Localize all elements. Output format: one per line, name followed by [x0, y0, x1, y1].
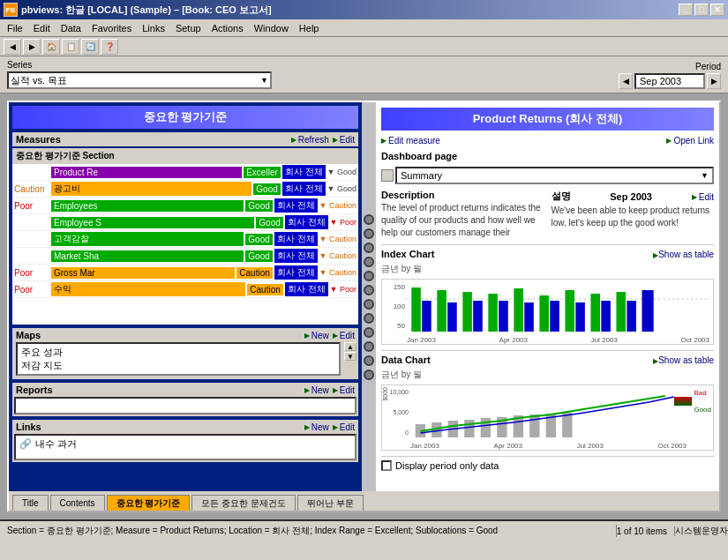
- korean-label: 설명: [552, 190, 571, 203]
- ring-3: [364, 243, 374, 253]
- toolbar-btn-2[interactable]: ▶: [23, 39, 41, 55]
- ring-2: [364, 228, 374, 239]
- table-row: Employee S Good 회사 전체 ▼ Poor: [12, 214, 358, 231]
- period-label: Period: [695, 62, 721, 71]
- status-items: 1 of 10 items: [617, 526, 675, 536]
- tab-all-measures[interactable]: 모든 중요한 문제건도: [191, 495, 296, 511]
- table-row: Poor Gross Mar Caution 회사 전체 ▼ Caution: [12, 265, 358, 281]
- ring-4: [364, 257, 374, 267]
- links-section: Links New Edit 🔗 내수 과거: [12, 420, 358, 462]
- tab-measures[interactable]: 중요한 평가기준: [107, 495, 191, 511]
- table-row: Poor Employees Good 회사 전체 ▼ Caution: [12, 198, 358, 214]
- description-title: Description: [381, 190, 544, 200]
- toolbar-btn-3[interactable]: 🏠: [42, 39, 60, 55]
- data-chart-header: Data Chart Show as table: [381, 355, 714, 365]
- tab-outstanding[interactable]: 뛰어난 부문: [297, 495, 364, 511]
- reports-new-link[interactable]: New: [304, 385, 329, 395]
- window-controls[interactable]: _ □ ✕: [679, 4, 724, 16]
- period-group: Period ◀ Sep 2003 ▶: [619, 62, 721, 89]
- tab-title[interactable]: Title: [12, 495, 49, 511]
- svg-rect-4: [447, 302, 457, 332]
- svg-rect-14: [575, 302, 585, 332]
- table-row: 고객감찰 Good 회사 전체 ▼ Caution: [12, 231, 358, 248]
- reports-section: Reports New Edit: [12, 383, 358, 416]
- toolbar-btn-5[interactable]: 🔄: [81, 39, 99, 55]
- description-text: The level of product returns indicates t…: [381, 202, 544, 239]
- menu-window[interactable]: Window: [249, 21, 294, 35]
- period-display: Sep 2003: [634, 73, 705, 89]
- maps-section: Maps New Edit 주요 성과 저감 지도 ▲ ▼: [12, 328, 358, 379]
- toolbar-btn-1[interactable]: ◀: [4, 39, 21, 55]
- svg-rect-19: [642, 290, 653, 332]
- menu-setup[interactable]: Setup: [170, 21, 206, 35]
- period-next-button[interactable]: ▶: [707, 73, 721, 89]
- reports-edit-link[interactable]: Edit: [333, 385, 355, 395]
- measures-actions: Refresh Edit: [291, 135, 355, 145]
- svg-rect-1: [411, 287, 421, 332]
- maps-scroll-up[interactable]: ▲: [344, 342, 356, 351]
- menu-links[interactable]: Links: [137, 21, 170, 35]
- toolbar-btn-4[interactable]: 📋: [62, 39, 79, 55]
- series-select[interactable]: 실적 vs. 목표 ▼: [7, 71, 272, 89]
- measures-label: Measures: [16, 134, 61, 145]
- title-bar: PB pbviews: 한글 [LOCAL] (Sample) – [Book:…: [0, 0, 728, 19]
- list-item[interactable]: 주요 성과: [21, 346, 335, 359]
- maps-new-link[interactable]: New: [304, 331, 329, 340]
- maps-scroll-down[interactable]: ▼: [344, 352, 356, 361]
- maps-edit-link[interactable]: Edit: [333, 331, 355, 340]
- svg-rect-2: [422, 301, 432, 332]
- svg-rect-9: [514, 288, 523, 332]
- svg-rect-29: [562, 413, 572, 437]
- toolbar-btn-6[interactable]: ❓: [101, 39, 118, 55]
- svg-rect-7: [488, 294, 498, 332]
- ring-11: [364, 355, 374, 366]
- maps-label: Maps: [16, 330, 41, 340]
- list-item[interactable]: 내수 과거: [35, 437, 77, 451]
- left-panel-title: 중요한 평가기준: [12, 106, 358, 129]
- index-chart-subtitle: 금년 by 월: [381, 263, 714, 275]
- description-row: Description The level of product returns…: [381, 190, 714, 239]
- menu-edit[interactable]: Edit: [28, 21, 56, 35]
- dashboard-select[interactable]: Summary ▼: [395, 167, 714, 184]
- svg-rect-13: [565, 290, 574, 332]
- links-new-link[interactable]: New: [304, 422, 329, 432]
- data-chart-title: Data Chart: [381, 355, 431, 365]
- minimize-button[interactable]: _: [679, 4, 693, 16]
- data-chart-section: Data Chart Show as table 금년 by 월 10,000 …: [381, 350, 714, 451]
- list-item[interactable]: 저감 지도: [21, 359, 335, 372]
- maximize-button[interactable]: □: [694, 4, 709, 16]
- edit-measure-link[interactable]: Edit measure: [381, 136, 440, 146]
- data-show-table-link[interactable]: Show as table: [653, 355, 714, 365]
- right-panel: Product Returns (회사 전체) Edit measure Ope…: [376, 102, 719, 491]
- refresh-link[interactable]: Refresh: [291, 135, 329, 145]
- desc-edit-link[interactable]: Edit: [692, 192, 714, 202]
- dashboard-icon: [381, 169, 394, 182]
- edit-link[interactable]: Edit: [333, 135, 355, 145]
- menu-data[interactable]: Data: [56, 21, 86, 35]
- period-prev-button[interactable]: ◀: [619, 73, 633, 89]
- data-chart-area: 10,000 5,000 0 $000: [381, 385, 714, 451]
- menu-file[interactable]: File: [2, 21, 28, 35]
- svg-rect-3: [437, 290, 447, 332]
- measures-header: Measures Refresh Edit: [12, 132, 358, 146]
- index-chart-header: Index Chart Show as table: [381, 249, 714, 259]
- menu-favorites[interactable]: Favorites: [86, 21, 137, 35]
- series-label: Series: [7, 60, 272, 70]
- menu-help[interactable]: Help: [294, 21, 325, 35]
- status-text: Section = 중요한 평가기준; Measure = Product Re…: [0, 525, 617, 537]
- index-show-table-link[interactable]: Show as table: [653, 250, 714, 259]
- right-links-row: Edit measure Open Link: [381, 136, 714, 146]
- display-period-checkbox[interactable]: [381, 460, 392, 471]
- close-button[interactable]: ✕: [710, 4, 724, 16]
- svg-rect-11: [539, 295, 549, 332]
- links-edit-link[interactable]: Edit: [333, 422, 355, 432]
- series-group: Series 실적 vs. 목표 ▼: [7, 60, 272, 89]
- ring-5: [364, 271, 374, 281]
- menu-actions[interactable]: Actions: [206, 21, 249, 35]
- data-chart-subtitle: 금년 by 월: [381, 369, 714, 381]
- tab-contents[interactable]: Contents: [50, 495, 105, 511]
- maps-header: Maps New Edit: [12, 328, 358, 342]
- table-row: Caution 광고비 Good 회사 전체 ▼ Good: [12, 181, 358, 198]
- reports-label: Reports: [16, 385, 53, 395]
- open-link-link[interactable]: Open Link: [666, 136, 714, 146]
